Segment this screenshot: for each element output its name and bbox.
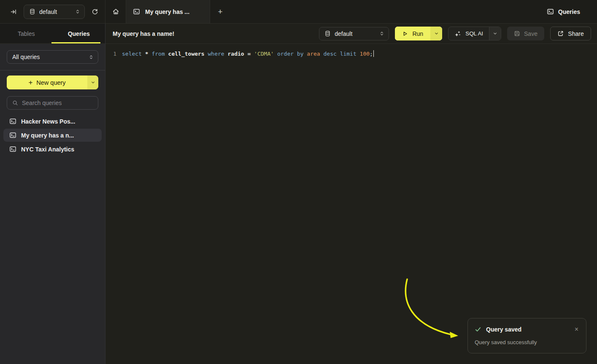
sql-token (294, 51, 297, 57)
home-icon (112, 8, 119, 15)
check-icon (475, 326, 481, 333)
sql-token: order (277, 51, 294, 57)
chevron-updown-icon (75, 9, 80, 14)
queries-indicator-label: Queries (558, 8, 580, 15)
sidebar: Tables Queries All queries + New query (0, 24, 105, 364)
chevron-updown-icon (89, 54, 94, 60)
sidebar-tabs: Tables Queries (0, 24, 105, 44)
sql-editor[interactable]: 1 select * from cell_towers where radio … (105, 44, 597, 58)
text-cursor (373, 50, 374, 57)
sql-token: 'CDMA' (254, 51, 274, 57)
sql-ai-dropdown-button[interactable] (489, 27, 501, 40)
sql-token: radio (227, 51, 244, 57)
line-number: 1 (105, 50, 116, 58)
terminal-icon (9, 132, 16, 139)
terminal-icon (9, 118, 16, 125)
refresh-icon (92, 8, 98, 15)
query-list: Hacker News Pos...My query has a n...NYC… (3, 115, 102, 156)
terminal-icon (9, 146, 16, 153)
sql-ai-main[interactable]: SQL AI (448, 27, 489, 40)
search-icon (12, 100, 18, 106)
toolbar-database-selector[interactable]: default (319, 27, 389, 40)
topbar-database-selector-value: default (39, 8, 71, 15)
new-query-label: New query (36, 79, 65, 86)
query-filter-select-value: All queries (12, 54, 89, 60)
sql-token: cell_towers (168, 51, 205, 57)
collapse-sidebar-button[interactable] (8, 7, 19, 17)
topbar-left-section: default (0, 0, 105, 23)
save-button[interactable]: Save (507, 27, 544, 40)
sql-ai-button[interactable]: SQL AI (448, 27, 501, 40)
query-list-item[interactable]: My query has a n... (3, 129, 102, 142)
sql-token (357, 51, 360, 57)
sql-token: * (145, 51, 149, 57)
toast-header: Query saved × (475, 325, 579, 334)
query-item-label: NYC Taxi Analytics (21, 146, 74, 153)
sql-token (320, 51, 324, 57)
sql-token (274, 51, 277, 57)
sql-token: limit (340, 51, 357, 57)
share-button[interactable]: Share (550, 27, 591, 40)
toolbar-database-selector-value: default (335, 30, 375, 37)
sql-token (251, 51, 254, 57)
search-queries-input[interactable] (22, 100, 98, 106)
main-header: My query has a name! default (105, 24, 597, 44)
sql-token (205, 51, 208, 57)
play-icon (402, 31, 408, 37)
toast-query-saved: Query saved × Query saved successfully (467, 318, 586, 353)
sql-token (142, 51, 145, 57)
share-label: Share (568, 30, 583, 37)
topbar-database-selector[interactable]: default (24, 5, 85, 19)
new-query-dropdown-button[interactable] (87, 75, 98, 89)
sql-token: desc (324, 51, 337, 57)
sql-token (337, 51, 340, 57)
sidebar-tab-tables[interactable]: Tables (0, 24, 53, 43)
tab-label: My query has ... (145, 8, 189, 15)
sql-token: 100 (360, 51, 370, 57)
query-item-label: My query has a n... (21, 132, 74, 139)
query-title: My query has a name! (113, 30, 174, 37)
topbar-right-section: Queries (547, 0, 597, 23)
main-panel: My query has a name! default (105, 24, 597, 364)
database-icon (29, 8, 35, 15)
tab-strip: My query has ... + (105, 0, 547, 23)
new-query-main[interactable]: + New query (7, 75, 87, 89)
sql-token: area (307, 51, 320, 57)
query-list-item[interactable]: Hacker News Pos... (3, 115, 102, 128)
home-tab-button[interactable] (105, 0, 126, 23)
sql-token (165, 51, 168, 57)
queries-indicator[interactable]: Queries (547, 8, 580, 15)
plus-icon: + (28, 78, 32, 87)
sql-token: select (122, 51, 142, 57)
terminal-icon (547, 8, 554, 15)
query-item-label: Hacker News Pos... (21, 118, 75, 125)
sidebar-divider (0, 70, 105, 70)
code-line[interactable]: select * from cell_towers where radio = … (116, 50, 374, 58)
tab-my-query[interactable]: My query has ... (126, 0, 210, 23)
sql-token: by (297, 51, 304, 57)
sql-ai-label: SQL AI (465, 30, 483, 37)
active-tab-underline (51, 42, 100, 43)
terminal-icon (133, 8, 140, 15)
query-list-item[interactable]: NYC Taxi Analytics (3, 143, 102, 156)
new-tab-button[interactable]: + (210, 0, 230, 23)
toast-close-button[interactable]: × (574, 325, 579, 334)
toast-title: Query saved (486, 326, 521, 333)
sql-token: where (208, 51, 224, 57)
sidebar-tab-queries[interactable]: Queries (53, 24, 105, 43)
topbar: default (0, 0, 597, 24)
sql-token: from (151, 51, 165, 57)
new-query-button[interactable]: + New query (7, 75, 98, 89)
refresh-button[interactable] (90, 7, 100, 17)
run-button[interactable]: Run (395, 27, 442, 40)
share-icon (557, 30, 564, 37)
search-queries-box (7, 96, 98, 110)
sql-token: ; (370, 51, 373, 57)
run-label: Run (412, 30, 423, 37)
toast-message: Query saved successfully (475, 339, 579, 345)
query-filter-select[interactable]: All queries (7, 50, 98, 64)
run-button-main[interactable]: Run (395, 27, 430, 40)
sidebar-body: All queries + New query (0, 44, 105, 162)
save-icon (514, 30, 520, 37)
run-dropdown-button[interactable] (430, 27, 442, 40)
